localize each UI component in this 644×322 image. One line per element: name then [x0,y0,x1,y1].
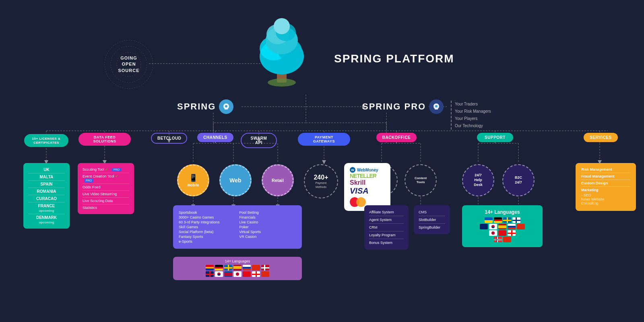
flag-china2 [261,271,269,277]
svg-point-77 [435,105,438,107]
bo-bonus: Bonus System [369,239,404,246]
flag-armenia [206,265,214,270]
ch-fantasy: Fantasy Sports [179,234,235,239]
content-label: ContentTools [413,176,429,185]
spring-pro-desc-line4: Our Technology [455,122,491,130]
svc-fraud: Fraud Management [581,173,630,180]
flag-row-2 [177,271,298,277]
main-diagram: GOING OPEN SOURCE SPRING PLATFORM SPRING… [0,0,644,322]
flag-japan [233,271,242,277]
ch-skillgames: Skill Games [179,225,235,229]
license-uk: UK [28,166,65,173]
license-denmark: DENMARKupcoming [28,214,65,225]
flag-denmark [261,265,269,270]
sflag-japan [489,230,497,236]
ct-cms: CMS [419,208,445,216]
support-flag-row-3 [466,230,539,236]
support-lang-count: 14+ Languages [466,209,539,215]
retail-channel: Retail [262,164,294,196]
datafeed-eventcreation: Event Creation Tool ✓ PRO [83,173,129,184]
flag-china [252,265,260,270]
svg-point-76 [225,105,227,107]
tree-icon [258,8,306,90]
flag-uk [206,271,214,277]
spring-pro-description: Your Traders Your Risk Managers Your Pla… [451,101,491,130]
svc-marketing-sub: - SEONews WebsiteConsulting [581,192,630,206]
ch-livecasino: Live Casino [239,220,295,225]
datafeed-odds: Odds Feed [83,184,129,191]
license-spain: SPAIN [28,181,65,188]
bo-crm: CRM [369,224,404,231]
flag-korea [215,271,223,277]
channels-col2: Pool Betting Financials Live Casino Poke… [239,210,295,244]
ct-slotbuilder: SlotBuilder [419,216,445,224]
spring-pro-label: SPRING PRO [362,101,426,112]
spring-pro-icon [429,99,444,114]
license-france: FRANCEupcoming [28,202,65,214]
ch-social: Social Platform (beta) [179,229,235,234]
connectors-svg [0,0,644,322]
sflag-china [517,224,525,229]
spring-icon [219,99,233,114]
backoffice-category: BACKOFFICE [376,133,417,142]
sflag-finland [512,217,520,223]
open-source-text: GOING OPEN SOURCE [116,55,142,74]
sflag-ukraine [485,217,493,223]
svg-marker-49 [322,160,326,164]
license-malta: MALTA [28,173,65,181]
datafeed-scouting: Scouting Tool ✓ PRO [83,166,129,173]
ch-3rdparty: 60 3-rd Party Integrations [179,220,235,225]
ch-poolbetting: Pool Betting [239,210,295,215]
flag-germany [215,265,223,270]
flag-russia [243,265,251,270]
svg-point-72 [274,18,290,34]
flag-spain [233,265,242,270]
licenses-category: 10+ LICENSES & CERTIFICATES [24,134,68,147]
b2c-label: B2C24/7 [515,175,522,185]
swarmapi-category: SWARM API [241,133,277,148]
backoffice-list: Affiliate System Agent System CRM Loyalt… [364,205,409,250]
sflag-georgia [508,230,516,236]
content-tools-circle: ContentTools [405,164,437,196]
support-category: SUPPORT [477,133,513,142]
spring-pro-desc-line1: Your Traders [455,101,491,108]
payment-count: 240+ [314,174,328,181]
ct-springbuilder: SpringBuilder [419,224,445,231]
svc-design: Custom Design [581,180,630,187]
spring-pro-node: SPRING PRO [362,99,444,114]
channels-category: CHANNELS [197,133,233,142]
svg-point-65 [268,78,296,87]
ch-esports: e-Sports [179,239,235,244]
helpdesk-circle: 24/7HelpDesk [462,164,494,196]
bo-affiliate: Affiliate System [369,208,404,216]
support-flag-row-4 [466,237,539,242]
content-tools-list: CMS SlotBuilder SpringBuilder [414,205,450,234]
marketing-tools-circle: MarketingTools [365,164,398,196]
datafeed-list: Scouting Tool ✓ PRO Event Creation Tool … [78,163,134,214]
mobile-channel: 📱 Mobile [177,164,209,196]
sflag-germany [494,217,502,223]
sflag-norway [494,237,502,242]
channels-languages-box: 14+ Languages [173,257,302,280]
payment-methods-circle: 240+ PaymentMethods [304,164,338,198]
open-source-section: GOING OPEN SOURCE [103,38,155,91]
betcloud-category: BETCLOUD [151,133,187,144]
flag-nkorea [224,271,232,277]
licenses-list: UK MALTA SPAIN ROMANIA CURACAO FRANCEupc… [23,163,70,229]
ch-virtual: Virtual Sports [239,229,295,234]
svc-marketing: Marketing - SEONews WebsiteConsulting [581,187,630,208]
sflag-sweden [503,217,511,223]
flag-turkey [243,271,251,277]
license-curacao: CURACAO [28,195,65,202]
datafeed-livestream: Live Video Streaming [83,191,129,198]
svc-risk: Risk Management [581,166,630,173]
services-category: SERVICES [584,133,618,142]
web-channel: Web [219,164,252,196]
bo-agent: Agent System [369,216,404,224]
bo-loyalty: Loyalty Program [369,231,404,239]
sflag-turkey [498,230,506,236]
channels-lang-label: 14+ Languages [177,259,298,263]
ch-sportsbook: Sportsbook [179,210,235,215]
flag-row-1 [177,265,298,270]
marketing-label: MarketingTools [372,176,391,185]
